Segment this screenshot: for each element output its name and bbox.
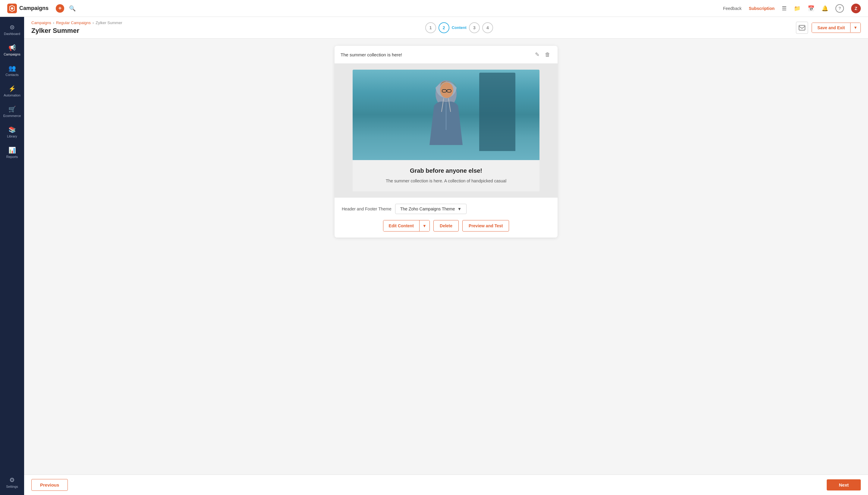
sidebar-label-contacts: Contacts [5, 73, 18, 76]
email-body-preview: Grab before anyone else! The summer coll… [334, 64, 558, 198]
brand-name: Campaigns [19, 5, 49, 12]
subject-text: The summer collection is here! [341, 52, 530, 57]
logo-icon [7, 4, 17, 13]
add-button[interactable]: + [56, 4, 64, 13]
edit-content-button-group[interactable]: Edit Content ▼ [383, 220, 430, 232]
save-exit-dropdown[interactable]: ▼ [850, 23, 861, 32]
sidebar-label-campaigns: Campaigns [4, 52, 20, 56]
step-1[interactable]: 1 [425, 22, 436, 33]
folder-icon[interactable]: 📁 [794, 5, 800, 12]
breadcrumb-sep1: › [53, 20, 54, 25]
steps-indicator: 1 2 Content 3 4 [425, 22, 493, 33]
preview-icon-button[interactable] [796, 22, 808, 34]
save-exit-main[interactable]: Save and Exit [812, 23, 850, 33]
sidebar-item-campaigns[interactable]: 📢 Campaigns [0, 40, 24, 60]
theme-label: Header and Footer Theme [342, 206, 392, 211]
subject-bar: The summer collection is here! ✎ 🗑 [334, 46, 558, 64]
sidebar-label-ecommerce: Ecommerce [3, 114, 21, 118]
edit-subject-button[interactable]: ✎ [534, 50, 541, 59]
breadcrumb-regular[interactable]: Regular Campaigns [56, 20, 91, 25]
theme-select[interactable]: The Zoho Campaigns Theme ▼ [395, 204, 467, 214]
page-title: Zylker Summer [31, 27, 122, 35]
sidebar-label-settings: Settings [6, 485, 18, 488]
edit-content-main[interactable]: Edit Content [383, 220, 419, 231]
topnav: Campaigns + 🔍 Feedback Subscription ☰ 📁 … [0, 0, 868, 17]
sidebar-label-library: Library [7, 134, 17, 138]
sidebar-item-automation[interactable]: ⚡ Automation [0, 81, 24, 101]
header-actions: Save and Exit ▼ [796, 22, 861, 34]
sidebar-label-reports: Reports [6, 155, 18, 158]
topnav-right: Feedback Subscription ☰ 📁 📅 🔔 ? Z [723, 4, 861, 13]
delete-subject-button[interactable]: 🗑 [544, 50, 552, 59]
step-2-label: Content [452, 25, 467, 30]
dashboard-icon: ⊜ [10, 23, 15, 31]
sidebar-item-library[interactable]: 📚 Library [0, 122, 24, 142]
email-subtext: The summer collection is here. A collect… [362, 178, 530, 184]
theme-chevron-icon: ▼ [457, 206, 462, 211]
reports-icon: 📊 [8, 147, 16, 154]
breadcrumb-campaigns[interactable]: Campaigns [31, 20, 51, 25]
preview-test-button[interactable]: Preview and Test [462, 220, 509, 232]
breadcrumb-sep2: › [92, 20, 94, 25]
subscription-link[interactable]: Subscription [749, 6, 775, 11]
calendar-icon[interactable]: 📅 [808, 5, 814, 12]
email-headline: Grab before anyone else! [362, 167, 530, 174]
main: Campaigns › Regular Campaigns › Zylker S… [24, 17, 868, 495]
sidebar-item-dashboard[interactable]: ⊜ Dashboard [0, 20, 24, 39]
step-3[interactable]: 3 [469, 22, 480, 33]
svg-point-1 [11, 7, 13, 10]
sidebar-label-automation: Automation [4, 93, 20, 97]
sidebar-item-settings[interactable]: ⚙ Settings [4, 473, 20, 492]
sidebar-item-reports[interactable]: 📊 Reports [0, 143, 24, 162]
content-area: The summer collection is here! ✎ 🗑 [24, 39, 868, 475]
email-image-area [353, 70, 539, 160]
contacts-icon: 👥 [8, 65, 16, 72]
ecommerce-icon: 🛒 [8, 105, 16, 113]
settings-icon: ⚙ [9, 476, 15, 483]
email-preview-icon [799, 25, 805, 31]
previous-button[interactable]: Previous [31, 479, 68, 491]
next-button[interactable]: Next [827, 479, 861, 491]
step-2[interactable]: 2 [438, 22, 449, 33]
email-card: The summer collection is here! ✎ 🗑 [334, 46, 558, 238]
avatar[interactable]: Z [851, 4, 861, 13]
email-text-section: Grab before anyone else! The summer coll… [353, 160, 539, 191]
sidebar-bottom: ⚙ Settings [4, 472, 20, 493]
step-4[interactable]: 4 [482, 22, 493, 33]
subheader: Campaigns › Regular Campaigns › Zylker S… [24, 17, 868, 39]
sidebar: ⊜ Dashboard 📢 Campaigns 👥 Contacts ⚡ Aut… [0, 17, 24, 495]
breadcrumb-current: Zylker Summer [96, 20, 122, 25]
theme-value: The Zoho Campaigns Theme [400, 206, 455, 211]
card-footer: Header and Footer Theme The Zoho Campaig… [334, 198, 558, 238]
bottom-bar: Previous Next [24, 475, 868, 495]
sidebar-item-ecommerce[interactable]: 🛒 Ecommerce [0, 102, 24, 121]
theme-row: Header and Footer Theme The Zoho Campaig… [342, 204, 550, 214]
notification-icon[interactable]: 🔔 [821, 5, 828, 12]
card-actions: Edit Content ▼ Delete Preview and Test [342, 220, 550, 232]
feedback-link[interactable]: Feedback [723, 6, 742, 11]
person-silhouette [413, 70, 479, 160]
search-icon[interactable]: 🔍 [69, 5, 76, 12]
library-icon: 📚 [8, 126, 16, 133]
delete-button[interactable]: Delete [433, 220, 459, 232]
app-body: ⊜ Dashboard 📢 Campaigns 👥 Contacts ⚡ Aut… [0, 17, 868, 495]
subheader-left: Campaigns › Regular Campaigns › Zylker S… [31, 20, 122, 35]
sidebar-label-dashboard: Dashboard [4, 32, 20, 36]
list-icon[interactable]: ☰ [782, 5, 787, 12]
svg-rect-2 [799, 25, 805, 30]
edit-content-dropdown[interactable]: ▼ [419, 220, 430, 231]
subject-actions: ✎ 🗑 [534, 50, 552, 59]
breadcrumb: Campaigns › Regular Campaigns › Zylker S… [31, 20, 122, 25]
campaigns-icon: 📢 [8, 44, 16, 51]
brand-logo[interactable]: Campaigns [7, 4, 49, 13]
help-icon[interactable]: ? [835, 4, 844, 13]
automation-icon: ⚡ [8, 85, 16, 92]
save-exit-button-group[interactable]: Save and Exit ▼ [812, 23, 861, 33]
sidebar-item-contacts[interactable]: 👥 Contacts [0, 61, 24, 80]
